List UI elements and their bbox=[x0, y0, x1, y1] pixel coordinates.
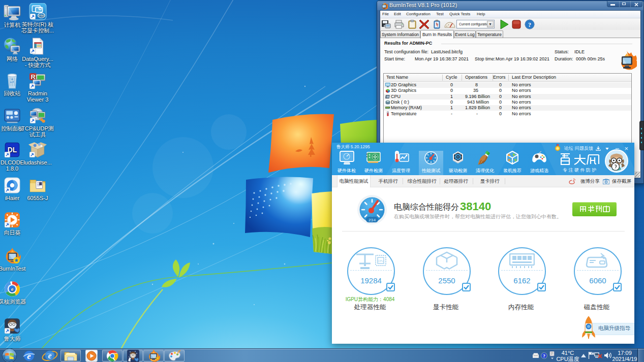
svg-text:?: ? bbox=[543, 353, 545, 358]
svg-text:e: e bbox=[27, 351, 31, 361]
svg-text:e: e bbox=[11, 286, 14, 292]
svg-text:CPU: CPU bbox=[378, 259, 384, 262]
svg-text:e: e bbox=[48, 351, 51, 360]
svg-text:intel: intel bbox=[39, 14, 45, 17]
svg-text:?: ? bbox=[528, 21, 531, 28]
svg-text:234: 234 bbox=[369, 218, 376, 222]
